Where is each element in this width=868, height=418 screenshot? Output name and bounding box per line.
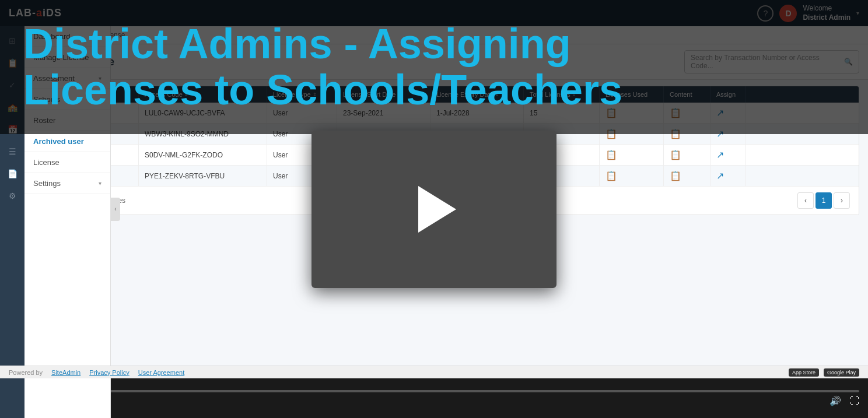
play-button-icon [418,186,456,233]
video-title: District Admins - Assigning Licenses to … [23,21,622,113]
video-player[interactable] [312,131,556,288]
video-title-line1: District Admins - Assigning [23,21,622,67]
video-title-overlay: District Admins - Assigning Licenses to … [0,0,868,134]
video-overlay: District Admins - Assigning Licenses to … [0,0,868,418]
video-title-line2: Licenses to Schools/Teachers [23,67,622,113]
